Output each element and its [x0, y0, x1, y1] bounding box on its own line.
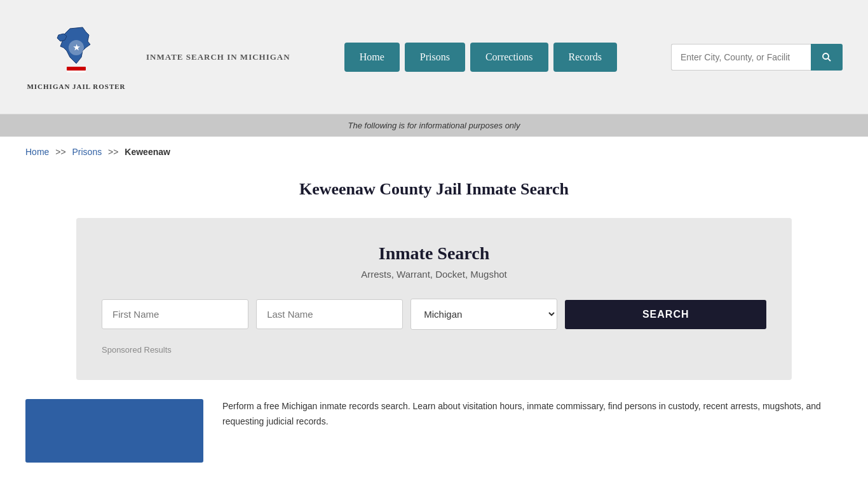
breadcrumb: Home >> Prisons >> Keweenaw — [0, 137, 868, 167]
bottom-section: Perform a free Michigan inmate records s… — [0, 380, 868, 482]
inmate-search-form: Michigan SEARCH — [102, 299, 766, 330]
nav-records[interactable]: Records — [553, 43, 617, 72]
michigan-image — [25, 399, 203, 463]
breadcrumb-home[interactable]: Home — [25, 147, 49, 157]
svg-rect-4 — [67, 67, 86, 71]
site-header: ★ MICHIGAN JAIL ROSTER INMATE SEARCH IN … — [0, 0, 868, 114]
search-submit-button[interactable]: SEARCH — [565, 300, 766, 329]
michigan-map-logo: ★ — [51, 22, 102, 79]
header-search-button[interactable] — [811, 44, 843, 71]
breadcrumb-sep-1: >> — [55, 147, 65, 157]
header-search-area — [671, 44, 843, 71]
breadcrumb-current: Keweenaw — [125, 147, 170, 157]
main-nav: Home Prisons Corrections Records — [309, 43, 652, 72]
search-box-title: Inmate Search — [102, 243, 766, 264]
first-name-input[interactable] — [102, 299, 248, 329]
info-bar-text: The following is for informational purpo… — [348, 121, 520, 130]
nav-prisons[interactable]: Prisons — [405, 43, 465, 72]
info-bar: The following is for informational purpo… — [0, 114, 868, 137]
state-select[interactable]: Michigan — [410, 299, 557, 330]
svg-point-6 — [823, 53, 829, 59]
svg-text:★: ★ — [73, 43, 80, 52]
nav-home[interactable]: Home — [344, 43, 400, 72]
page-title-section: Keweenaw County Jail Inmate Search — [0, 167, 868, 218]
sponsored-results-label: Sponsored Results — [102, 345, 766, 355]
nav-corrections[interactable]: Corrections — [470, 43, 548, 72]
breadcrumb-prisons[interactable]: Prisons — [72, 147, 102, 157]
bottom-description: Perform a free Michigan inmate records s… — [222, 399, 843, 430]
logo-text: MICHIGAN JAIL ROSTER — [27, 82, 125, 92]
search-icon — [821, 51, 832, 63]
search-box-subtitle: Arrests, Warrant, Docket, Mugshot — [102, 269, 766, 280]
logo-area: ★ MICHIGAN JAIL ROSTER — [25, 22, 127, 92]
last-name-input[interactable] — [256, 299, 403, 329]
breadcrumb-sep-2: >> — [108, 147, 118, 157]
svg-line-7 — [828, 58, 831, 60]
page-title: Keweenaw County Jail Inmate Search — [25, 180, 843, 199]
svg-rect-5 — [67, 71, 86, 72]
search-section: Inmate Search Arrests, Warrant, Docket, … — [76, 218, 792, 380]
site-title: INMATE SEARCH IN MICHIGAN — [146, 51, 290, 64]
header-search-input[interactable] — [671, 44, 811, 71]
